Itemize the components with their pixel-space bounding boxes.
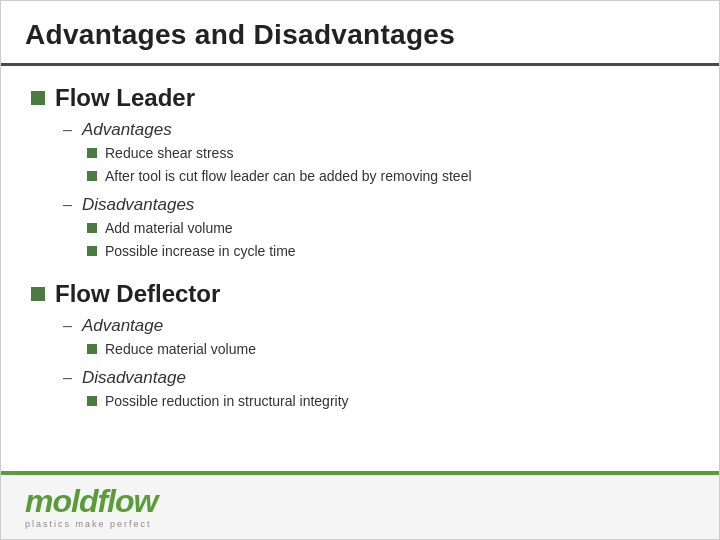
list-item: Reduce shear stress — [87, 143, 689, 164]
slide: Advantages and Disadvantages Flow Leader… — [0, 0, 720, 540]
logo-text: moldflow — [25, 485, 157, 517]
advantages-header: – Advantages — [63, 120, 689, 140]
flow-leader-label: Flow Leader — [55, 84, 195, 112]
list-item: Add material volume — [87, 218, 689, 239]
disadvantages-label: Disadvantages — [82, 195, 194, 215]
deflector-advantage-items: Reduce material volume — [87, 339, 689, 360]
advantages-section: – Advantages Reduce shear stress After t… — [63, 116, 689, 187]
deflector-disadvantage-header: – Disadvantage — [63, 368, 689, 388]
deflector-advantage-header: – Advantage — [63, 316, 689, 336]
disadvantage-item-1: Add material volume — [105, 218, 233, 239]
deflector-advantage-label: Advantage — [82, 316, 163, 336]
deflector-disadvantage-item-1: Possible reduction in structural integri… — [105, 391, 349, 412]
logo-tagline: plastics make perfect — [25, 519, 152, 529]
footer: moldflow plastics make perfect — [1, 471, 719, 539]
advantages-items: Reduce shear stress After tool is cut fl… — [87, 143, 689, 187]
section-flow-deflector: Flow Deflector – Advantage Reduce materi… — [31, 280, 689, 416]
small-bullet-icon — [87, 148, 97, 158]
title-bar: Advantages and Disadvantages — [1, 1, 719, 66]
small-bullet-icon — [87, 396, 97, 406]
deflector-advantage-section: – Advantage Reduce material volume — [63, 312, 689, 360]
deflector-disadvantage-items: Possible reduction in structural integri… — [87, 391, 689, 412]
advantage-item-2: After tool is cut flow leader can be add… — [105, 166, 472, 187]
deflector-disadvantage-label: Disadvantage — [82, 368, 186, 388]
content-area: Flow Leader – Advantages Reduce shear st… — [1, 66, 719, 471]
deflector-disadvantage-section: – Disadvantage Possible reduction in str… — [63, 364, 689, 412]
disadvantages-header: – Disadvantages — [63, 195, 689, 215]
small-bullet-icon — [87, 246, 97, 256]
flow-leader-header: Flow Leader — [31, 84, 689, 112]
deflector-advantage-item-1: Reduce material volume — [105, 339, 256, 360]
green-bullet-icon — [31, 287, 45, 301]
advantage-item-1: Reduce shear stress — [105, 143, 233, 164]
small-bullet-icon — [87, 171, 97, 181]
list-item: Reduce material volume — [87, 339, 689, 360]
disadvantages-items: Add material volume Possible increase in… — [87, 218, 689, 262]
advantages-label: Advantages — [82, 120, 172, 140]
list-item: Possible increase in cycle time — [87, 241, 689, 262]
list-item: Possible reduction in structural integri… — [87, 391, 689, 412]
disadvantages-section: – Disadvantages Add material volume Poss… — [63, 191, 689, 262]
flow-deflector-label: Flow Deflector — [55, 280, 220, 308]
disadvantage-item-2: Possible increase in cycle time — [105, 241, 296, 262]
flow-deflector-header: Flow Deflector — [31, 280, 689, 308]
section-flow-leader: Flow Leader – Advantages Reduce shear st… — [31, 84, 689, 266]
green-bullet-icon — [31, 91, 45, 105]
small-bullet-icon — [87, 223, 97, 233]
slide-title: Advantages and Disadvantages — [25, 19, 695, 51]
small-bullet-icon — [87, 344, 97, 354]
logo: moldflow plastics make perfect — [25, 485, 157, 529]
list-item: After tool is cut flow leader can be add… — [87, 166, 689, 187]
